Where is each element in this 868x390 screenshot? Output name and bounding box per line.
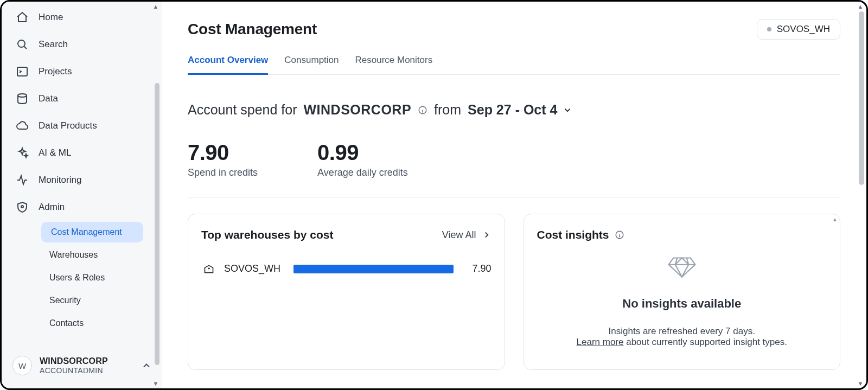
- chevron-down-icon: [563, 105, 572, 115]
- sidebar-scroll-down-icon[interactable]: ▼: [152, 380, 159, 387]
- card-title: Top warehouses by cost: [201, 228, 334, 241]
- main: Cost Management SOVOS_WH Account Overvie…: [162, 2, 866, 388]
- avatar: W: [12, 356, 32, 375]
- nav-item-data-products[interactable]: Data Products: [8, 112, 155, 139]
- insights-sub-line2: Learn more about currently supported ins…: [577, 337, 787, 348]
- card-title: Cost insights: [537, 228, 624, 241]
- home-icon: [16, 11, 29, 24]
- cloud-icon: [16, 119, 29, 132]
- insights-subtext: Insights are refreshed every 7 days. Lea…: [577, 326, 787, 348]
- shield-icon: [16, 201, 29, 214]
- search-icon: [16, 38, 29, 51]
- insights-empty-state: No insights available Insights are refre…: [537, 254, 827, 348]
- account-switcher[interactable]: W WINDSORCORP ACCOUNTADMIN: [2, 348, 162, 388]
- nav-label: Data: [39, 93, 58, 104]
- info-icon[interactable]: [418, 105, 427, 115]
- warehouse-context-pill[interactable]: SOVOS_WH: [757, 19, 840, 40]
- no-insights-headline: No insights available: [622, 297, 741, 311]
- chevron-right-icon: [482, 230, 492, 240]
- nav-item-home[interactable]: Home: [8, 4, 155, 31]
- info-icon[interactable]: [615, 230, 624, 240]
- nav: Home Search Projects Data: [2, 2, 162, 348]
- sidebar-scroll-up-icon[interactable]: ▲: [152, 3, 159, 10]
- subnav-security[interactable]: Security: [40, 290, 155, 311]
- account-text: WINDSORCORP ACCOUNTADMIN: [40, 356, 108, 375]
- database-icon: [16, 92, 29, 105]
- nav-item-ai-ml[interactable]: AI & ML: [8, 139, 155, 167]
- status-dot-icon: [767, 27, 771, 31]
- account-role: ACCOUNTADMIN: [40, 366, 108, 375]
- admin-subnav: Cost Management Warehouses Users & Roles…: [8, 221, 155, 335]
- date-range-picker[interactable]: Sep 27 - Oct 4: [468, 102, 572, 118]
- main-scroll-up-icon[interactable]: ▲: [857, 3, 864, 10]
- nav-item-data[interactable]: Data: [8, 85, 155, 112]
- chevron-up-icon: [141, 360, 152, 371]
- nav-item-monitoring[interactable]: Monitoring: [8, 167, 155, 194]
- diamond-icon: [667, 254, 697, 285]
- main-wrap: ▲ ▼ Cost Management SOVOS_WH Account Ove…: [162, 2, 866, 388]
- tabs: Account Overview Consumption Resource Mo…: [188, 55, 840, 75]
- nav-item-admin[interactable]: Admin: [8, 194, 155, 221]
- card-header: Top warehouses by cost View All: [201, 228, 492, 241]
- date-range-label: Sep 27 - Oct 4: [468, 102, 557, 118]
- header-row: Cost Management SOVOS_WH: [188, 15, 840, 40]
- sidebar-scrollbar-thumb[interactable]: [155, 83, 159, 365]
- card-scroll-up-icon[interactable]: ▲: [832, 216, 838, 222]
- projects-icon: [16, 65, 29, 78]
- warehouse-row[interactable]: SOVOS_WH 7.90: [201, 263, 492, 274]
- nav-item-projects[interactable]: Projects: [8, 58, 155, 85]
- sidebar: ▲ ▼ Home Search Projects: [2, 2, 162, 388]
- tab-resource-monitors[interactable]: Resource Monitors: [355, 55, 433, 75]
- learn-more-link[interactable]: Learn more: [577, 337, 624, 347]
- sparkle-icon: [16, 146, 29, 159]
- subnav-warehouses[interactable]: Warehouses: [40, 245, 155, 265]
- app-frame: ▲ ▼ Home Search Projects: [0, 0, 868, 390]
- stat-total-credits: 7.90 Spend in credits: [188, 140, 258, 178]
- sidebar-scrollbar-track[interactable]: ▲ ▼: [152, 2, 162, 388]
- tab-account-overview[interactable]: Account Overview: [188, 55, 268, 75]
- cards-row: Top warehouses by cost View All SOVOS_WH…: [188, 214, 840, 370]
- subnav-cost-management[interactable]: Cost Management: [41, 222, 143, 242]
- subnav-contacts[interactable]: Contacts: [40, 313, 155, 334]
- insights-sub-line1: Insights are refreshed every 7 days.: [577, 326, 787, 337]
- nav-label: Projects: [39, 66, 72, 77]
- cost-bar: [293, 265, 454, 273]
- view-all-label: View All: [442, 229, 476, 241]
- nav-label: Monitoring: [39, 175, 81, 186]
- svg-point-2: [18, 94, 27, 97]
- activity-icon: [16, 174, 29, 187]
- nav-label: AI & ML: [39, 148, 71, 158]
- nav-label: Admin: [39, 202, 65, 213]
- top-warehouses-card: Top warehouses by cost View All SOVOS_WH…: [188, 214, 505, 370]
- tab-consumption[interactable]: Consumption: [284, 55, 339, 75]
- cost-insights-card: ▲ Cost insights: [524, 214, 841, 370]
- warehouse-cost: 7.90: [463, 263, 492, 274]
- nav-label: Data Products: [39, 120, 97, 131]
- section-divider: [188, 197, 840, 197]
- main-scroll-down-icon[interactable]: ▼: [857, 380, 864, 387]
- stat-total-value: 7.90: [188, 140, 258, 165]
- stat-avg-value: 0.99: [317, 140, 408, 165]
- insights-sub-tail: about currently supported insight types.: [623, 337, 787, 347]
- nav-label: Search: [39, 39, 68, 50]
- svg-point-3: [21, 206, 23, 208]
- stat-avg-label: Average daily credits: [317, 167, 408, 178]
- warehouse-icon: [203, 264, 214, 274]
- spend-summary: Account spend for WINDSORCORP from Sep 2…: [188, 102, 840, 118]
- main-scrollbar-thumb[interactable]: [859, 11, 864, 185]
- warehouse-context-label: SOVOS_WH: [777, 24, 830, 35]
- insights-title: Cost insights: [537, 228, 609, 241]
- spend-from: from: [434, 102, 461, 118]
- stat-total-label: Spend in credits: [188, 167, 258, 178]
- svg-point-0: [18, 40, 25, 47]
- svg-rect-1: [17, 67, 27, 76]
- page-title: Cost Management: [188, 21, 317, 38]
- spend-prefix: Account spend for: [188, 102, 297, 118]
- nav-item-search[interactable]: Search: [8, 31, 155, 58]
- spend-account: WINDSORCORP: [304, 102, 412, 118]
- view-all-button[interactable]: View All: [442, 229, 492, 241]
- account-org: WINDSORCORP: [40, 356, 108, 366]
- subnav-users-roles[interactable]: Users & Roles: [40, 267, 155, 288]
- warehouse-name: SOVOS_WH: [224, 263, 284, 274]
- card-header: Cost insights: [537, 228, 827, 241]
